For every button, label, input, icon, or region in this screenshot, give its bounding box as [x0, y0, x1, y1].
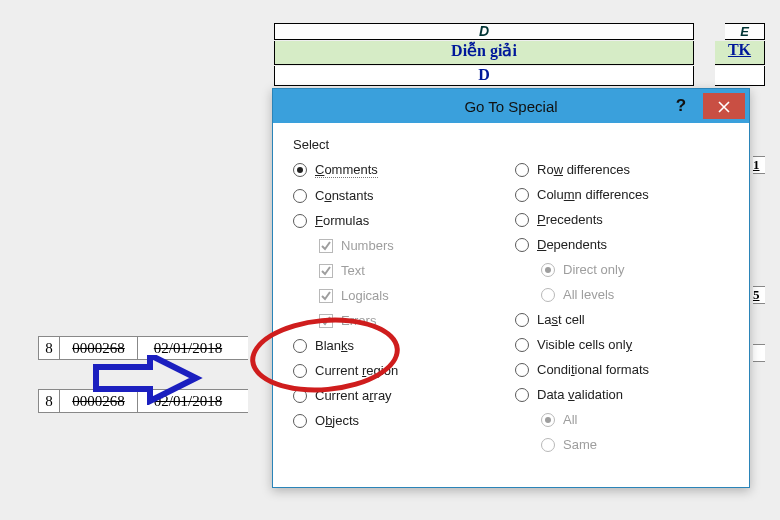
close-button[interactable] [703, 93, 745, 119]
radio-icon [515, 163, 529, 177]
radio-current-array[interactable]: Current array [293, 386, 507, 405]
radio-last-cell[interactable]: Last cell [515, 310, 729, 329]
dialog-titlebar[interactable]: Go To Special ? [273, 89, 749, 123]
checkbox-icon [319, 239, 333, 253]
radio-label: Precedents [537, 212, 603, 227]
radio-icon [515, 388, 529, 402]
radio-label: Column differences [537, 187, 649, 202]
screenshot-canvas: D E Diễn giải TK D 1 5 8 0000268 02/01/2… [0, 0, 780, 520]
options-left-column: Comments Constants Formulas Numbers [293, 160, 507, 454]
cell-header-diengiai[interactable]: Diễn giải [274, 41, 694, 65]
radio-label: Formulas [315, 213, 369, 228]
check-label: Numbers [341, 238, 394, 253]
radio-visible-cells[interactable]: Visible cells only [515, 335, 729, 354]
help-button[interactable]: ? [663, 93, 699, 119]
peek-cell-1[interactable]: 1 [753, 156, 765, 174]
radio-precedents[interactable]: Precedents [515, 210, 729, 229]
radio-label: Last cell [537, 312, 585, 327]
radio-cond-formats[interactable]: Conditional formats [515, 360, 729, 379]
radio-icon [541, 263, 555, 277]
close-icon [718, 101, 730, 113]
checkbox-icon [319, 264, 333, 278]
radio-label: Data validation [537, 387, 623, 402]
radio-label: Blanks [315, 338, 354, 353]
cell-rowidx: 8 [38, 390, 60, 412]
cell-header-tk[interactable]: TK [715, 41, 765, 65]
radio-label: Constants [315, 188, 374, 203]
radio-comments[interactable]: Comments [293, 160, 507, 180]
check-label: Text [341, 263, 365, 278]
radio-icon [515, 213, 529, 227]
radio-label: Objects [315, 413, 359, 428]
radio-icon [541, 438, 555, 452]
dialog-title: Go To Special [464, 98, 557, 115]
check-logicals: Logicals [293, 286, 507, 305]
radio-label: Row differences [537, 162, 630, 177]
cell-subheader[interactable]: D [274, 66, 694, 86]
radio-label: Direct only [563, 262, 624, 277]
radio-label: Same [563, 437, 597, 452]
radio-icon [515, 313, 529, 327]
cell-rowidx: 8 [38, 337, 60, 359]
check-errors: Errors [293, 311, 507, 330]
radio-icon [515, 338, 529, 352]
check-label: Errors [341, 313, 376, 328]
radio-icon [541, 413, 555, 427]
check-text: Text [293, 261, 507, 280]
radio-label: All levels [563, 287, 614, 302]
options-right-column: Row differences Column differences Prece… [515, 160, 729, 454]
checkbox-icon [319, 314, 333, 328]
radio-current-region[interactable]: Current region [293, 361, 507, 380]
radio-same: Same [515, 435, 729, 454]
radio-dependents[interactable]: Dependents [515, 235, 729, 254]
radio-label: Current region [315, 363, 398, 378]
radio-data-validation[interactable]: Data validation [515, 385, 729, 404]
dialog-body: Select Comments Constants Formulas [273, 123, 749, 454]
check-numbers: Numbers [293, 236, 507, 255]
svg-marker-0 [96, 355, 196, 401]
radio-formulas[interactable]: Formulas [293, 211, 507, 230]
radio-icon [293, 163, 307, 177]
radio-label: Dependents [537, 237, 607, 252]
radio-label: Visible cells only [537, 337, 632, 352]
radio-icon [293, 414, 307, 428]
cell-subheader-right[interactable] [715, 66, 765, 86]
arrow-annotation [88, 355, 208, 405]
radio-icon [515, 363, 529, 377]
radio-blanks[interactable]: Blanks [293, 336, 507, 355]
radio-all-levels: All levels [515, 285, 729, 304]
radio-icon [515, 238, 529, 252]
check-label: Logicals [341, 288, 389, 303]
peek-cell-2[interactable]: 5 [753, 286, 765, 304]
radio-icon [293, 339, 307, 353]
group-label: Select [293, 137, 729, 152]
radio-all: All [515, 410, 729, 429]
radio-icon [293, 189, 307, 203]
col-header-d[interactable]: D [274, 23, 694, 40]
goto-special-dialog: Go To Special ? Select Comments Constant… [272, 88, 750, 488]
radio-icon [293, 364, 307, 378]
radio-label: Current array [315, 388, 392, 403]
radio-col-diff[interactable]: Column differences [515, 185, 729, 204]
radio-objects[interactable]: Objects [293, 411, 507, 430]
radio-label: Conditional formats [537, 362, 649, 377]
radio-direct-only: Direct only [515, 260, 729, 279]
radio-label: All [563, 412, 577, 427]
radio-icon [293, 214, 307, 228]
radio-constants[interactable]: Constants [293, 186, 507, 205]
col-header-e[interactable]: E [725, 23, 765, 40]
radio-icon [293, 389, 307, 403]
checkbox-icon [319, 289, 333, 303]
peek-cell-3[interactable] [753, 344, 765, 362]
radio-row-diff[interactable]: Row differences [515, 160, 729, 179]
radio-icon [541, 288, 555, 302]
radio-icon [515, 188, 529, 202]
